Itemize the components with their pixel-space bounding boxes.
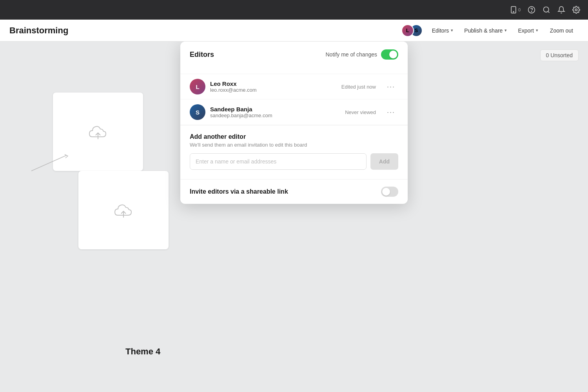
editor-name-sandeep: Sandeep Banja (210, 106, 340, 113)
editors-button[interactable]: Editors ▾ (427, 25, 458, 36)
chevron-down-icon: ▾ (451, 28, 453, 33)
editor-info-sandeep: Sandeep Banja sandeep.banja@acme.com (210, 106, 340, 118)
editor-email-leo: leo.roxx@acme.com (210, 87, 337, 93)
theme-label: Theme 4 (125, 347, 160, 357)
export-label: Export (518, 27, 534, 34)
settings-icon[interactable] (572, 6, 580, 14)
cloud-upload-icon-2 (112, 200, 135, 220)
editors-popup: Editors Notify me of changes L Leo Roxx … (180, 42, 408, 204)
add-row: Add (190, 153, 398, 170)
chevron-down-icon-2: ▾ (505, 28, 507, 33)
search-icon[interactable] (543, 6, 550, 14)
svg-line-5 (548, 11, 550, 13)
page-title: Brainstorming (9, 25, 401, 36)
badge-count: 0 (518, 7, 521, 12)
help-icon[interactable] (528, 6, 535, 14)
avatar-sandeep-popup: S (190, 104, 205, 120)
zoom-out-button[interactable]: Zoom out (544, 25, 579, 36)
svg-point-1 (513, 11, 514, 12)
popup-top-section: Editors Notify me of changes (180, 42, 408, 74)
top-bar: 0 (0, 0, 588, 20)
export-button[interactable]: Export ▾ (513, 25, 543, 36)
editor-name-leo: Leo Roxx (210, 80, 337, 87)
editor-row-leo: L Leo Roxx leo.roxx@acme.com Edited just… (180, 74, 408, 100)
avatar-leo: L (401, 24, 414, 37)
header-bar: Brainstorming L S Editors ▾ Publish & sh… (0, 20, 588, 42)
avatar-leo-popup: L (190, 79, 205, 94)
editor-list: L Leo Roxx leo.roxx@acme.com Edited just… (180, 74, 408, 125)
email-input[interactable] (190, 153, 367, 170)
canvas-card-2 (78, 171, 169, 249)
more-options-leo[interactable]: ··· (384, 81, 398, 93)
editors-label: Editors (432, 27, 449, 34)
editor-email-sandeep: sandeep.banja@acme.com (210, 113, 340, 118)
svg-line-9 (31, 155, 67, 171)
notify-label: Notify me of changes (325, 51, 377, 58)
add-title: Add another editor (190, 133, 398, 140)
unsorted-label: 0 Unsorted (546, 52, 573, 58)
popup-title: Editors (190, 51, 214, 59)
shareable-row: Invite editors via a shareable link (180, 179, 408, 204)
publish-label: Publish & share (464, 27, 503, 34)
cloud-upload-icon-1 (86, 122, 110, 142)
add-editor-section: Add another editor We'll send them an em… (180, 125, 408, 179)
phone-icon[interactable]: 0 (510, 6, 521, 14)
editor-info-leo: Leo Roxx leo.roxx@acme.com (210, 80, 337, 93)
header-actions: L S Editors ▾ Publish & share ▾ Export ▾… (401, 24, 579, 37)
unsorted-badge[interactable]: 0 Unsorted (540, 49, 579, 61)
canvas-area: 0 Unsorted Theme 4 (0, 42, 588, 392)
add-subtitle: We'll send them an email invitation to e… (190, 142, 398, 148)
bell-icon[interactable] (557, 6, 565, 14)
svg-point-4 (544, 7, 549, 12)
zoom-label: Zoom out (550, 27, 573, 34)
editor-status-leo: Edited just now (341, 84, 376, 90)
editor-row-sandeep: S Sandeep Banja sandeep.banja@acme.com N… (180, 100, 408, 125)
popup-header: Editors Notify me of changes (190, 49, 398, 60)
notify-toggle[interactable] (381, 49, 398, 60)
notify-row: Notify me of changes (325, 49, 398, 60)
chevron-down-icon-3: ▾ (536, 28, 538, 33)
add-editor-button[interactable]: Add (370, 153, 398, 170)
svg-point-6 (575, 9, 577, 11)
shareable-toggle[interactable] (381, 187, 398, 197)
shareable-label: Invite editors via a shareable link (190, 188, 288, 195)
avatar-group: L S (401, 24, 423, 37)
more-options-sandeep[interactable]: ··· (384, 107, 398, 118)
arrow-connector (27, 151, 74, 175)
publish-share-button[interactable]: Publish & share ▾ (459, 25, 512, 36)
editor-status-sandeep: Never viewed (345, 109, 376, 115)
